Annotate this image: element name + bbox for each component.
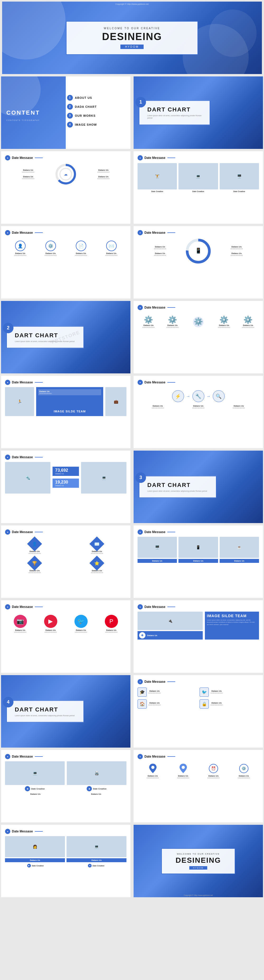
sec-title-8: Date Messase: [12, 455, 33, 459]
menu-num-3: 3: [67, 113, 73, 119]
copyright-top: Copyright © http://www.pptstore.net: [115, 3, 149, 5]
dart3-title: DART CHART: [147, 481, 211, 488]
diamond-4: ⭐: [90, 556, 104, 571]
sec-icon-15: ●: [138, 754, 143, 759]
icon-mail: ✉️: [106, 240, 117, 251]
menu-text-3: OUR WORKS: [75, 114, 96, 117]
grid-icon-4: 🔒: [200, 699, 209, 709]
arrow-box-1: ⚡: [172, 390, 184, 402]
dart4-sub: Lorem ipsum dolor sit amet, consectetur …: [15, 714, 78, 717]
main-title: DESINEING: [80, 31, 184, 43]
diamond-1: 👤: [27, 536, 42, 552]
svg-point-10: [182, 766, 185, 769]
sec-icon-12: ●: [138, 604, 143, 609]
arrow-box-2: 🔧: [192, 390, 204, 402]
center-gear: ⚙️: [190, 314, 206, 330]
slide-date1: ● Date Messase Dataes Us dddddddddddddd …: [1, 151, 130, 224]
sec-icon-2: ●: [138, 155, 143, 161]
dart4-title: DART CHART: [15, 706, 78, 713]
dart3-num: 3: [136, 472, 146, 483]
sec-title-12: Date Messase: [144, 605, 165, 609]
sec-icon-11: ●: [5, 604, 10, 609]
content-menu: 1 ABOUT US 2 DADA CHART 3 OUR WORKS 4 IM…: [67, 95, 125, 131]
arrow-box-3: 🔍: [213, 390, 225, 402]
sec-icon-5: ●: [138, 305, 143, 310]
icon-person: 👤: [15, 240, 26, 251]
settings-icon: ⚙️: [239, 764, 248, 773]
map-pin-2: [178, 763, 189, 774]
slide-timeline: ● Date Messase Dataes Us dddddddddddddd: [134, 750, 263, 822]
map-pin-1: [147, 763, 158, 774]
arrow-1: →: [186, 394, 190, 399]
menu-item-3: 3 OUR WORKS: [67, 113, 125, 119]
sec-icon-9: ●: [5, 530, 10, 535]
ring-chart: 📱: [185, 238, 211, 264]
dart4-num: 4: [3, 697, 13, 707]
slide-icons1: ● Date Messase 👤 Dataes Us ddddddddddddd…: [1, 226, 130, 299]
sec-title-15: Date Messase: [144, 755, 165, 758]
slide-date2: ● Date Messase 🏋️ Date Creative 💻 Date C…: [134, 151, 263, 224]
menu-text-1: ABOUT US: [75, 96, 92, 99]
sec-icon-7: ●: [138, 380, 143, 385]
slide-gear: ● Date Messase ⚙️ Dataes Us dddddddddddd…: [134, 301, 263, 373]
svg-point-9: [151, 766, 154, 769]
end-welcome: WELCOME TO OUR CREATIVE: [170, 853, 227, 855]
badge: HYDOM: [120, 45, 144, 49]
welcome-content-box: WELCOME TO OUR CREATIVE DESINEING HYDOM: [66, 21, 198, 55]
photo-icon-1: ★: [25, 786, 30, 791]
svg-text:📱: 📱: [195, 247, 202, 254]
dart3-sub: Lorem ipsum dolor sit amet, consectetur …: [147, 490, 211, 492]
grid-icon-3: 🏠: [138, 699, 147, 709]
sec-icon-6: ●: [5, 380, 10, 385]
sec-title-7: Date Messase: [144, 380, 165, 384]
sec-icon-8: ●: [5, 455, 10, 460]
dart2-title: DART CHART: [15, 332, 78, 339]
svg-text:⚙️: ⚙️: [194, 317, 203, 326]
sec-title-4: Date Messase: [144, 231, 165, 234]
menu-item-4: 4 IMAGE SHOW: [67, 122, 125, 127]
donut-chart: ☁: [54, 163, 77, 186]
slide-photos-labels: ● Date Messase 🖥️ Dataes Us 📱 Dataes Us: [134, 525, 263, 598]
gear-icon-4: ⚙️: [242, 315, 254, 324]
slide-dart1: 1 DART CHART Lorem ipsum dolor sit amet,…: [134, 76, 263, 149]
dart2-num: 2: [3, 323, 13, 333]
slide-arrows: ● Date Messase ⚡ → 🔧 → 🔍 Dataes Usdddddd…: [134, 376, 263, 448]
arrow-2: →: [206, 394, 211, 399]
dart1-sub: Lorem ipsum dolor sit amet, consectetur …: [147, 114, 204, 119]
menu-text-2: DADA CHART: [75, 105, 97, 108]
dart1-title: DART CHART: [147, 106, 204, 113]
photo-icon-2: ★: [86, 786, 92, 791]
sec-icon-1: ●: [5, 155, 10, 161]
sec-title-11: Date Messase: [12, 605, 33, 609]
sec-title-13: Date Messase: [144, 680, 165, 684]
sec-icon-13: ●: [138, 679, 143, 684]
icon-settings: ⚙️: [45, 240, 56, 251]
content-subtitle: CONTENTS TYPOGRAPHY: [6, 119, 40, 121]
grid-icon-2: 🐦: [200, 687, 209, 697]
stat-box-2: 19,230 Dataes Us: [53, 479, 79, 488]
sec-title-14: Date Messase: [12, 755, 33, 758]
slide-image-team1: ● Date Messase 🏃 Dataes Us ddddddddddddd…: [1, 376, 130, 448]
menu-text-4: IMAGE SHOW: [75, 123, 97, 126]
svg-text:☁: ☁: [64, 172, 67, 176]
slide-welcome: WELCOME TO OUR CREATIVE DESINEING HYDOM …: [2, 2, 262, 74]
content-label: CONTENT: [6, 109, 40, 116]
sec-title-5: Date Messase: [144, 305, 165, 309]
icon-file: 📄: [76, 240, 86, 251]
youtube-icon: ▶: [44, 615, 57, 628]
slide-grid-icons: ● Date Messase 🎓 Dataes Usdddddddddddddd…: [134, 675, 263, 748]
gear-icon-2: ⚙️: [166, 315, 179, 324]
grid-icon-1: 🎓: [138, 687, 147, 697]
slide-dart3: 3 DART CHART Lorem ipsum dolor sit amet,…: [134, 450, 263, 523]
slide-social: ● Date Messase 📷 Dataes Us ddddddddddddd…: [1, 600, 130, 673]
sec-icon-4: ●: [138, 230, 143, 235]
slide-diamonds: ● Date Messase 👤 Dataes Us ddddddddddddd…: [1, 525, 130, 598]
slide-photo-date: ● Date Messase 👩 Dataes Us 💻 Dataes Us: [1, 825, 130, 897]
slide-phone: ● Date Messase Dataes Usdddddddddddddd D…: [134, 226, 263, 299]
gear-icon-3: ⚙️: [218, 315, 230, 324]
sec-title-1: Date Messase: [12, 156, 33, 160]
menu-num-2: 2: [67, 104, 73, 110]
image-slide-label: IMAGE SILDE TEAM: [38, 409, 101, 414]
dart2-sub: Lorem ipsum dolor sit amet, consectetur …: [15, 340, 78, 342]
sec-title-3: Date Messase: [12, 231, 33, 234]
